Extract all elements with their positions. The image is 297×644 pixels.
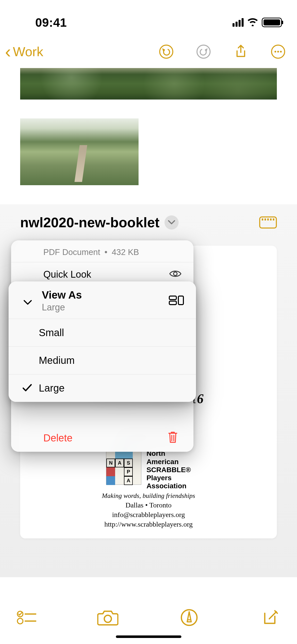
- svg-rect-9: [178, 296, 183, 305]
- svg-point-1: [197, 45, 210, 58]
- checklist-button[interactable]: [15, 606, 38, 629]
- svg-rect-7: [169, 296, 176, 300]
- svg-point-12: [17, 618, 23, 624]
- markup-button[interactable]: [178, 606, 201, 629]
- camera-button[interactable]: [96, 606, 119, 629]
- svg-point-4: [277, 51, 279, 53]
- chevron-down-icon: [24, 300, 32, 306]
- more-button[interactable]: [269, 43, 287, 60]
- share-button[interactable]: [232, 43, 250, 60]
- pdf-url: http://www.scrabbleplayers.org: [30, 520, 267, 528]
- status-icons: [233, 18, 282, 27]
- back-button[interactable]: ‹ Work: [5, 43, 43, 60]
- trash-icon: [167, 431, 178, 445]
- view-as-title: View As: [42, 289, 169, 301]
- svg-point-5: [280, 51, 282, 53]
- image-attachment-small[interactable]: [20, 118, 139, 185]
- view-as-option-medium[interactable]: Medium: [9, 346, 196, 374]
- home-indicator[interactable]: [116, 635, 181, 638]
- pdf-email: info@scrabbleplayers.org: [30, 511, 267, 519]
- wifi-icon: [247, 18, 258, 27]
- redo-button[interactable]: [195, 43, 212, 60]
- menu-doc-info: PDF Document • 432 KB: [11, 240, 193, 262]
- nav-bar: ‹ Work: [0, 35, 297, 68]
- naspa-text: North American SCRABBLE® Players Associa…: [146, 449, 191, 490]
- svg-rect-8: [169, 301, 176, 305]
- view-as-option-small[interactable]: Small: [9, 319, 196, 346]
- attachment-dropdown-toggle[interactable]: [164, 215, 179, 230]
- layout-icon: [169, 295, 184, 307]
- chevron-left-icon: ‹: [5, 43, 11, 60]
- eye-icon: [169, 269, 181, 280]
- naspa-logo-block: N A S P A North American SCRABBLE® Playe…: [30, 449, 267, 490]
- svg-point-0: [160, 45, 173, 58]
- undo-button[interactable]: [157, 43, 175, 60]
- svg-point-14: [104, 615, 111, 622]
- view-as-option-large[interactable]: Large: [9, 374, 196, 402]
- image-attachment-large[interactable]: [20, 68, 277, 100]
- keyboard-icon[interactable]: [259, 216, 277, 229]
- back-label: Work: [13, 44, 43, 59]
- compose-button[interactable]: [259, 606, 282, 629]
- naspa-grid-icon: N A S P A: [106, 449, 141, 485]
- pdf-tagline: Making words, building friendships: [30, 492, 267, 500]
- view-as-current: Large: [42, 302, 169, 313]
- svg-point-6: [174, 272, 177, 275]
- svg-point-3: [275, 51, 276, 53]
- status-time: 09:41: [35, 16, 67, 29]
- attachment-header: nwl2020-new-booklet: [20, 214, 277, 231]
- menu-delete[interactable]: Delete: [11, 424, 193, 452]
- pdf-cities: Dallas • Toronto: [30, 501, 267, 509]
- battery-icon: [262, 18, 282, 27]
- note-content: [0, 68, 297, 185]
- view-as-header[interactable]: View As Large: [9, 281, 196, 319]
- cellular-signal-icon: [233, 18, 244, 27]
- checkmark-icon: [23, 382, 32, 394]
- status-bar: 09:41: [0, 0, 297, 35]
- attachment-title: nwl2020-new-booklet: [20, 214, 159, 231]
- view-as-submenu: View As Large Small Medium Large: [9, 281, 196, 402]
